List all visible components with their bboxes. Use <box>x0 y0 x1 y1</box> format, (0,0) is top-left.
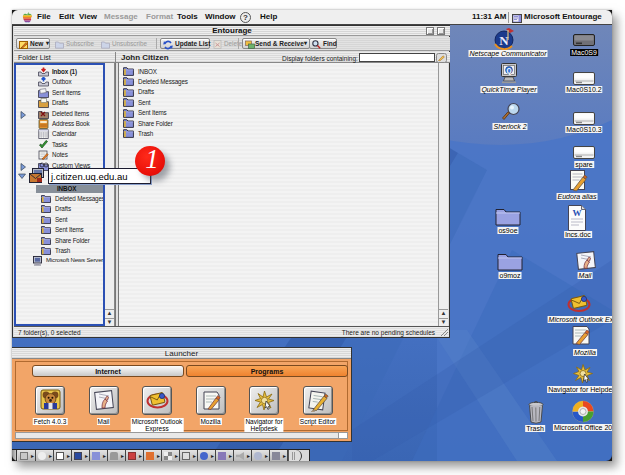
svg-text:Q: Q <box>506 67 511 75</box>
svg-text:?: ? <box>243 13 248 22</box>
svg-text:W: W <box>573 208 582 218</box>
